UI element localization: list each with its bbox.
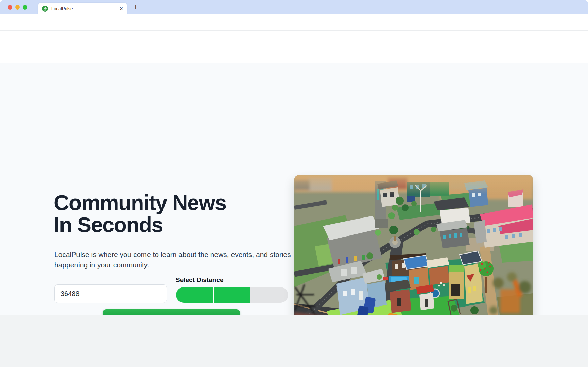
close-window-button[interactable]: [8, 5, 12, 10]
tab-favicon-house-icon: [42, 6, 48, 12]
distance-slider[interactable]: [176, 287, 288, 303]
tab-strip: LocalPulse × +: [0, 0, 588, 14]
browser-tab[interactable]: LocalPulse ×: [38, 3, 127, 14]
zoom-window-button[interactable]: [23, 5, 27, 10]
hero-section: Community News In Seconds LocalPulse is …: [0, 63, 588, 315]
new-tab-button[interactable]: +: [131, 2, 140, 12]
page-title: Community News In Seconds: [54, 192, 226, 236]
minimize-window-button[interactable]: [15, 5, 20, 10]
site-header: LocalPulse Home Features About: [0, 31, 588, 63]
tab-close-icon[interactable]: ×: [120, 6, 123, 12]
traffic-lights: [8, 5, 27, 10]
slider-thumb[interactable]: [213, 287, 214, 303]
tab-title: LocalPulse: [51, 6, 120, 11]
distance-label: Select Distance: [176, 276, 223, 284]
features-section: [0, 315, 588, 367]
browser-toolbar: ← →: [0, 14, 588, 31]
zip-code-input[interactable]: [54, 284, 167, 303]
hero-description: LocalPulse is where you come to learn ab…: [54, 249, 291, 270]
browser-window: LocalPulse × + ← →: [0, 0, 588, 367]
